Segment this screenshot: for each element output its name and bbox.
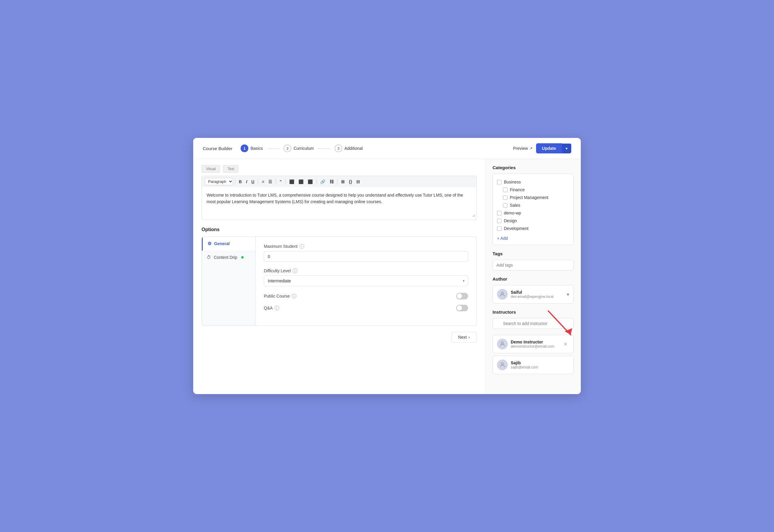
author-chevron-icon[interactable]: ▾ — [567, 292, 569, 297]
next-button[interactable]: Next › — [451, 332, 477, 343]
update-button[interactable]: Update — [536, 143, 562, 153]
add-category-label: + Add — [497, 236, 508, 241]
category-business[interactable]: Business — [497, 178, 569, 186]
preview-button[interactable]: Preview ↗ — [513, 146, 532, 151]
instructor-sajib-avatar — [497, 360, 508, 370]
category-demo-wp-label: demo-wp — [504, 211, 521, 215]
category-development[interactable]: Development — [497, 225, 569, 232]
options-content: Maximum Student i Difficulty Level i — [256, 237, 476, 326]
update-chevron-button[interactable]: ▾ — [562, 144, 571, 153]
code-button[interactable]: {} — [347, 178, 354, 185]
public-course-toggle[interactable] — [456, 293, 468, 299]
instructor-sajib-name: Sajib — [511, 360, 538, 365]
editor-area[interactable]: Welcome to Introduction to Tutor LMS, a … — [202, 187, 477, 220]
tags-input[interactable] — [492, 260, 573, 270]
step-3[interactable]: 3 Additional — [335, 144, 363, 152]
options-tab-content-drip[interactable]: ⏱ Content Drip — [202, 251, 255, 264]
instructor-search-wrapper: 🔍 — [492, 318, 573, 332]
difficulty-select-wrapper: Beginner Intermediate Advanced ▾ — [264, 276, 468, 286]
general-tab-label: General — [214, 241, 230, 246]
external-link-icon: ↗ — [529, 146, 532, 150]
italic-button[interactable]: I — [244, 178, 249, 185]
author-box: Saiful dev-email@wpengine.local ▾ — [492, 285, 573, 304]
steps: 1 Basics ——— 2 Curriculum ——— 3 Addition… — [241, 144, 363, 152]
instructor-demo-details: Demo Instructor demoinstructor@email.com — [511, 340, 554, 349]
bullet-list-button[interactable]: ≡ — [260, 178, 266, 185]
link-button[interactable]: 🔗 — [318, 178, 327, 185]
category-design-label: Design — [504, 218, 517, 223]
step-2[interactable]: 2 Curriculum — [284, 144, 314, 152]
category-sales[interactable]: Sales — [497, 201, 569, 209]
category-design-checkbox[interactable] — [497, 219, 501, 223]
unlink-button[interactable]: ⛓ — [328, 178, 335, 185]
author-info: Saiful dev-email@wpengine.local — [497, 289, 554, 300]
blockquote-button[interactable]: " — [278, 178, 284, 185]
qa-info-icon: i — [275, 306, 279, 310]
step-1-label: Basics — [251, 146, 263, 151]
text-mode-button[interactable]: Text — [223, 165, 239, 173]
main-content: Visual Text Paragraph B I U ≡ ☰ " ⬛ ⬛ — [193, 159, 581, 394]
step-1-num: 1 — [241, 144, 248, 152]
step-sep-2: ——— — [318, 146, 330, 151]
ordered-list-button[interactable]: ☰ — [267, 178, 274, 185]
category-demo-wp[interactable]: demo-wp — [497, 209, 569, 217]
difficulty-field: Difficulty Level i Beginner Intermediate… — [264, 268, 468, 286]
svg-point-1 — [501, 342, 503, 344]
qa-toggle[interactable] — [456, 305, 468, 311]
update-btn-group: Update ▾ — [536, 143, 571, 153]
resize-handle[interactable]: ⊿ — [472, 213, 475, 218]
add-category-button[interactable]: + Add — [497, 235, 569, 242]
difficulty-label: Difficulty Level i — [264, 268, 468, 273]
public-course-label: Public Course i — [264, 294, 296, 298]
header: Course Builder 1 Basics ——— 2 Curriculum… — [193, 138, 581, 159]
max-student-label: Maximum Student i — [264, 244, 468, 249]
course-builder-label: Course Builder — [203, 146, 232, 151]
underline-button[interactable]: U — [250, 178, 256, 185]
grid-button[interactable]: ⊟ — [355, 178, 362, 185]
instructor-demo: Demo Instructor demoinstructor@email.com… — [492, 335, 573, 353]
step-2-num: 2 — [284, 144, 291, 152]
step-3-num: 3 — [335, 144, 342, 152]
step-2-label: Curriculum — [293, 146, 314, 151]
step-1[interactable]: 1 Basics — [241, 144, 263, 152]
options-layout: ⚙ General ⏱ Content Drip M — [202, 237, 477, 326]
toolbar-separator-4 — [285, 179, 286, 185]
instructor-demo-remove-button[interactable]: ✕ — [562, 341, 569, 348]
next-label: Next — [458, 335, 467, 340]
options-title: Options — [202, 227, 477, 232]
category-finance-checkbox[interactable] — [503, 188, 507, 192]
align-center-button[interactable]: ⬛ — [297, 178, 305, 185]
instructor-sajib-details: Sajib sajib@email.com — [511, 360, 538, 369]
category-project-management[interactable]: Project Management — [497, 194, 569, 201]
category-development-checkbox[interactable] — [497, 226, 501, 231]
bold-button[interactable]: B — [237, 178, 244, 185]
align-right-button[interactable]: ⬛ — [306, 178, 315, 185]
category-finance-label: Finance — [510, 187, 525, 192]
categories-title: Categories — [492, 165, 573, 170]
header-right: Preview ↗ Update ▾ — [513, 143, 571, 153]
instructor-demo-info: Demo Instructor demoinstructor@email.com — [497, 339, 554, 349]
options-tab-general[interactable]: ⚙ General — [202, 237, 255, 251]
align-left-button[interactable]: ⬛ — [288, 178, 296, 185]
category-design[interactable]: Design — [497, 217, 569, 225]
options-section: Options ⚙ General ⏱ Content Drip — [202, 227, 477, 326]
max-student-info-icon: i — [299, 244, 304, 249]
step-3-label: Additional — [344, 146, 363, 151]
category-business-checkbox[interactable] — [497, 180, 501, 184]
category-finance[interactable]: Finance — [497, 186, 569, 194]
instructor-demo-email: demoinstructor@email.com — [511, 344, 554, 349]
paragraph-select[interactable]: Paragraph — [205, 178, 233, 185]
category-sales-label: Sales — [510, 203, 520, 208]
instructor-search-input[interactable] — [492, 318, 573, 329]
author-name: Saiful — [511, 290, 554, 295]
svg-point-4 — [501, 363, 503, 365]
category-project-management-checkbox[interactable] — [503, 195, 507, 200]
editor-mode-toggle: Visual Text — [202, 165, 477, 173]
next-arrow-icon: › — [468, 335, 470, 340]
category-sales-checkbox[interactable] — [503, 203, 507, 208]
difficulty-select[interactable]: Beginner Intermediate Advanced — [264, 276, 468, 286]
category-demo-wp-checkbox[interactable] — [497, 211, 501, 215]
max-student-input[interactable] — [264, 251, 468, 262]
table-button[interactable]: ⊞ — [339, 178, 346, 185]
visual-mode-button[interactable]: Visual — [202, 165, 220, 173]
